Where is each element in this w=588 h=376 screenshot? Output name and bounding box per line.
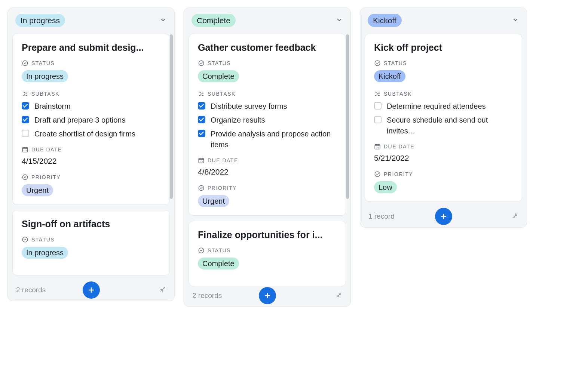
field-label-subtask: SUBTASK (374, 90, 513, 97)
column-footer: 1 record (360, 207, 527, 227)
subtask-text: Brainstorm (34, 101, 71, 112)
status-pill: Kickoff (374, 70, 405, 82)
due-date-value: 5/21/2022 (374, 154, 513, 163)
status-pill: Complete (198, 258, 239, 269)
card-title: Finalize opportunities for i... (198, 229, 337, 240)
add-card-button[interactable] (83, 281, 100, 299)
column-complete: Complete Gather customer feedback STATUS… (184, 7, 351, 307)
checkbox-unchecked-icon[interactable] (374, 116, 382, 123)
svg-text:31: 31 (24, 150, 27, 152)
subtask-text: Distribute survey forms (211, 101, 287, 112)
checkbox-checked-icon[interactable] (198, 130, 205, 137)
checkbox-unchecked-icon[interactable] (374, 102, 382, 110)
collapse-icon[interactable] (159, 286, 166, 294)
field-label-duedate: 31 DUE DATE (374, 143, 513, 150)
column-title-tag[interactable]: Complete (192, 14, 236, 27)
status-label-text: STATUS (31, 60, 55, 66)
priority-label-text: PRIORITY (208, 185, 237, 191)
subtask-item[interactable]: Distribute survey forms (198, 101, 337, 112)
field-label-priority: PRIORITY (374, 171, 513, 178)
cards-scroll-wrap: Kick off project STATUS Kickoff SUBTASK … (360, 32, 527, 207)
column-footer: 2 records (184, 286, 350, 306)
card-title: Kick off project (374, 42, 513, 53)
checkbox-checked-icon[interactable] (198, 116, 205, 123)
field-label-priority: PRIORITY (198, 185, 337, 191)
subtask-text: Provide analysis and propose action item… (211, 129, 337, 150)
field-label-status: STATUS (374, 60, 513, 67)
status-value: Complete (198, 70, 337, 82)
subtask-text: Organize results (211, 115, 265, 126)
chevron-down-icon[interactable] (336, 16, 343, 25)
column-kickoff: Kickoff Kick off project STATUS Kickoff (360, 7, 527, 228)
svg-text:31: 31 (200, 160, 203, 163)
card[interactable]: Kick off project STATUS Kickoff SUBTASK … (365, 34, 522, 202)
subtask-item[interactable]: Create shortlist of design firms (22, 129, 160, 139)
priority-label-text: PRIORITY (384, 171, 413, 177)
duedate-label-text: DUE DATE (31, 147, 62, 152)
subtask-text: Create shortlist of design firms (34, 129, 135, 139)
card[interactable]: Prepare and submit desig... STATUS In pr… (12, 34, 170, 205)
priority-pill: Urgent (22, 184, 53, 196)
field-label-status: STATUS (22, 60, 160, 67)
subtask-list: Brainstorm Draft and prepare 3 options C… (22, 101, 160, 139)
field-label-subtask: SUBTASK (198, 90, 337, 97)
subtask-text: Secure schedule and send out invites... (387, 115, 513, 136)
add-card-button[interactable] (435, 208, 452, 225)
field-label-status: STATUS (198, 247, 337, 254)
subtask-label-text: SUBTASK (31, 91, 59, 97)
subtask-item[interactable]: Draft and prepare 3 options (22, 115, 160, 126)
column-footer: 2 records (8, 281, 174, 301)
field-label-duedate: 31 DUE DATE (198, 157, 337, 164)
status-label-text: STATUS (31, 237, 55, 243)
subtask-label-text: SUBTASK (208, 91, 236, 97)
priority-label-text: PRIORITY (31, 174, 61, 180)
chevron-down-icon[interactable] (159, 16, 167, 25)
kanban-board: In progress Prepare and submit desig... … (7, 7, 581, 307)
checkbox-checked-icon[interactable] (198, 102, 205, 110)
priority-pill: Urgent (198, 195, 229, 207)
subtask-item[interactable]: Brainstorm (22, 101, 160, 112)
status-value: In progress (22, 247, 160, 259)
status-pill: In progress (22, 70, 68, 82)
card[interactable]: Gather customer feedback STATUS Complete… (189, 34, 346, 216)
cards-list: Prepare and submit desig... STATUS In pr… (8, 32, 174, 281)
svg-text:31: 31 (376, 147, 380, 149)
card-title: Sign-off on artifacts (22, 219, 160, 229)
field-label-duedate: 31 DUE DATE (22, 146, 160, 153)
cards-scroll-wrap: Gather customer feedback STATUS Complete… (184, 32, 350, 286)
subtask-list: Distribute survey forms Organize results… (198, 101, 337, 150)
checkbox-unchecked-icon[interactable] (22, 130, 29, 137)
scrollbar[interactable] (170, 34, 173, 199)
column-header: Kickoff (360, 8, 527, 32)
priority-value: Urgent (22, 184, 160, 196)
subtask-item[interactable]: Determine required attendees (374, 101, 513, 112)
duedate-label-text: DUE DATE (208, 157, 238, 163)
record-count: 2 records (16, 286, 46, 294)
priority-value: Urgent (198, 195, 337, 207)
add-card-button[interactable] (259, 287, 276, 304)
chevron-down-icon[interactable] (512, 16, 519, 25)
checkbox-checked-icon[interactable] (22, 116, 29, 123)
subtask-label-text: SUBTASK (384, 91, 412, 97)
status-label-text: STATUS (384, 60, 407, 66)
due-date-value: 4/15/2022 (22, 157, 160, 166)
status-value: Complete (198, 258, 337, 269)
column-title-tag[interactable]: In progress (15, 14, 65, 27)
card[interactable]: Finalize opportunities for i... STATUS C… (189, 221, 346, 286)
field-label-status: STATUS (198, 60, 337, 67)
subtask-text: Draft and prepare 3 options (34, 115, 126, 126)
checkbox-checked-icon[interactable] (22, 102, 29, 110)
duedate-label-text: DUE DATE (384, 144, 414, 150)
due-date-value: 4/8/2022 (198, 167, 337, 176)
collapse-icon[interactable] (512, 212, 518, 221)
column-title-tag[interactable]: Kickoff (368, 14, 402, 27)
card[interactable]: Sign-off on artifacts STATUS In progress (12, 210, 170, 275)
subtask-item[interactable]: Organize results (198, 115, 337, 126)
subtask-item[interactable]: Provide analysis and propose action item… (198, 129, 337, 150)
column-header: Complete (184, 8, 350, 32)
scrollbar[interactable] (346, 34, 349, 199)
collapse-icon[interactable] (336, 292, 342, 300)
subtask-item[interactable]: Secure schedule and send out invites... (374, 115, 513, 136)
field-label-status: STATUS (22, 236, 160, 243)
column-in-progress: In progress Prepare and submit desig... … (7, 7, 175, 301)
